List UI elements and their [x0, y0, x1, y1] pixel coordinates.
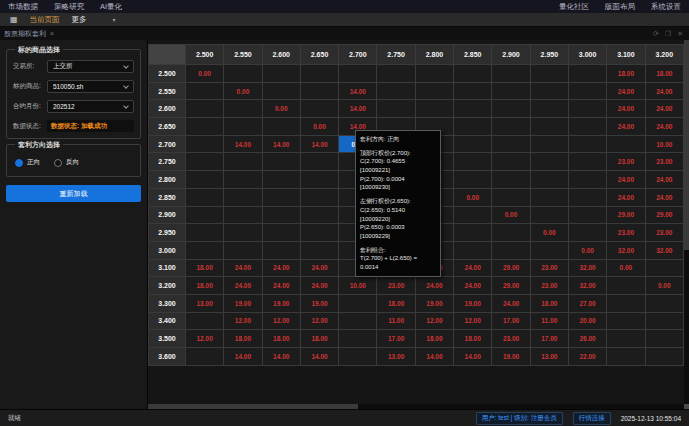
row-header[interactable]: 2.950 — [149, 224, 186, 242]
grid-cell[interactable]: 22.00 — [568, 348, 606, 366]
grid-cell[interactable] — [262, 82, 300, 100]
grid-cell[interactable]: 23.00 — [607, 153, 645, 171]
menu-item-0[interactable]: 市场数据 — [8, 2, 38, 12]
grid-cell[interactable] — [607, 330, 645, 348]
grid-cell[interactable]: 29.00 — [607, 206, 645, 224]
grid-cell[interactable] — [224, 224, 262, 242]
menu-item-0[interactable]: 量化社区 — [559, 2, 589, 12]
grid-cell[interactable]: 24.00 — [645, 171, 683, 189]
grid-cell[interactable]: 24.00 — [300, 259, 338, 277]
grid-cell[interactable] — [454, 135, 492, 153]
grid-cell[interactable] — [339, 312, 377, 330]
grid-cell[interactable] — [607, 294, 645, 312]
grid-cell[interactable]: 18.00 — [645, 65, 683, 83]
grid-cell[interactable] — [300, 188, 338, 206]
grid-cell[interactable]: 18.00 — [377, 294, 415, 312]
grid-cell[interactable] — [339, 348, 377, 366]
grid-cell[interactable] — [492, 171, 530, 189]
grid-cell[interactable] — [454, 206, 492, 224]
grid-cell[interactable]: 27.00 — [568, 294, 606, 312]
row-header[interactable]: 2.800 — [149, 171, 186, 189]
row-header[interactable]: 3.100 — [149, 259, 186, 277]
scrollbar-handle[interactable] — [148, 404, 358, 409]
row-header[interactable]: 3.300 — [149, 294, 186, 312]
grid-cell[interactable] — [186, 153, 224, 171]
grid-cell[interactable] — [224, 206, 262, 224]
grid-cell[interactable]: 14.00 — [415, 348, 453, 366]
grid-cell[interactable] — [224, 65, 262, 83]
grid-cell[interactable] — [224, 188, 262, 206]
grid-cell[interactable]: 18.00 — [224, 330, 262, 348]
vertical-scrollbar[interactable] — [684, 40, 689, 404]
grid-cell[interactable]: 29.00 — [492, 277, 530, 295]
grid-cell[interactable]: 12.00 — [300, 312, 338, 330]
column-header[interactable]: 2.800 — [415, 45, 453, 65]
row-header[interactable]: 3.000 — [149, 241, 186, 259]
grid-cell[interactable] — [377, 82, 415, 100]
grid-cell[interactable] — [262, 153, 300, 171]
grid-cell[interactable]: 24.00 — [607, 82, 645, 100]
row-header[interactable]: 2.600 — [149, 100, 186, 118]
grid-cell[interactable]: 24.00 — [454, 277, 492, 295]
row-header[interactable]: 2.550 — [149, 82, 186, 100]
grid-cell[interactable] — [645, 348, 683, 366]
grid-cell[interactable] — [339, 294, 377, 312]
grid-cell[interactable] — [568, 118, 606, 136]
grid-cell[interactable] — [300, 153, 338, 171]
grid-cell[interactable]: 18.00 — [186, 259, 224, 277]
grid-cell[interactable] — [454, 82, 492, 100]
refresh-icon[interactable]: ⟳ — [653, 30, 659, 38]
grid-cell[interactable]: 24.00 — [645, 100, 683, 118]
grid-cell[interactable]: 18.00 — [415, 330, 453, 348]
grid-cell[interactable] — [415, 100, 453, 118]
grid-cell[interactable]: 24.00 — [224, 259, 262, 277]
grid-cell[interactable] — [186, 118, 224, 136]
grid-cell[interactable] — [492, 135, 530, 153]
grid-cell[interactable] — [224, 118, 262, 136]
grid-cell[interactable] — [224, 241, 262, 259]
grid-cell[interactable] — [186, 171, 224, 189]
grid-cell[interactable]: 0.00 — [300, 118, 338, 136]
grid-cell[interactable] — [454, 171, 492, 189]
radio-forward[interactable]: 正向 — [15, 158, 40, 167]
grid-cell[interactable]: 24.00 — [492, 294, 530, 312]
grid-cell[interactable]: 12.00 — [224, 312, 262, 330]
grid-cell[interactable]: 23.00 — [492, 330, 530, 348]
grid-cell[interactable] — [607, 312, 645, 330]
grid-cell[interactable]: 11.00 — [377, 312, 415, 330]
grid-cell[interactable] — [568, 153, 606, 171]
grid-cell[interactable]: 12.00 — [454, 312, 492, 330]
grid-cell[interactable]: 0.00 — [568, 241, 606, 259]
exchange-select[interactable]: 上交所 — [47, 60, 134, 73]
grid-cell[interactable] — [262, 171, 300, 189]
reload-button[interactable]: 重新加载 — [6, 185, 141, 202]
grid-cell[interactable] — [492, 118, 530, 136]
grid-cell[interactable]: 18.00 — [454, 330, 492, 348]
grid-cell[interactable] — [186, 312, 224, 330]
grid-cell[interactable]: 14.00 — [300, 348, 338, 366]
grid-cell[interactable] — [492, 241, 530, 259]
grid-cell[interactable]: 23.00 — [530, 259, 568, 277]
grid-cell[interactable] — [262, 241, 300, 259]
grid-cell[interactable] — [300, 171, 338, 189]
grid-cell[interactable] — [186, 348, 224, 366]
grid-cell[interactable]: 12.00 — [262, 312, 300, 330]
grid-cell[interactable]: 19.00 — [224, 294, 262, 312]
grid-cell[interactable]: 24.00 — [262, 259, 300, 277]
grid-cell[interactable]: 14.00 — [224, 135, 262, 153]
grid-cell[interactable]: 0.00 — [607, 259, 645, 277]
grid-cell[interactable]: 29.00 — [492, 259, 530, 277]
grid-cell[interactable]: 23.00 — [377, 277, 415, 295]
restore-icon[interactable]: ❐ — [665, 30, 671, 38]
grid-cell[interactable]: 10.00 — [645, 135, 683, 153]
grid-cell[interactable]: 18.00 — [300, 330, 338, 348]
grid-cell[interactable] — [530, 135, 568, 153]
row-header[interactable]: 2.700 — [149, 135, 186, 153]
column-header[interactable]: 2.500 — [186, 45, 224, 65]
grid-cell[interactable] — [377, 65, 415, 83]
grid-cell[interactable] — [568, 65, 606, 83]
row-header[interactable]: 3.200 — [149, 277, 186, 295]
grid-cell[interactable] — [530, 206, 568, 224]
column-header[interactable]: 3.100 — [607, 45, 645, 65]
grid-cell[interactable] — [415, 82, 453, 100]
